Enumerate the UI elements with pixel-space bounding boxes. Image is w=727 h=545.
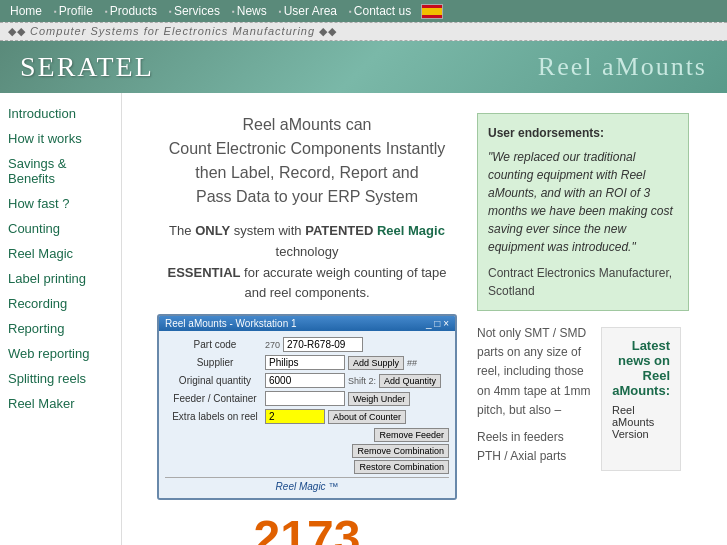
nav-user-area[interactable]: User Area — [273, 2, 343, 20]
sidebar-item-savings[interactable]: Savings & Benefits — [0, 151, 121, 191]
add-quantity-button[interactable]: Add Quantity — [379, 374, 441, 388]
smt-line6: Reels in feeders — [477, 430, 564, 444]
nav-services[interactable]: Services — [163, 2, 226, 20]
screenshot-controls: _ □ × — [426, 318, 449, 329]
screenshot-body: Part code 270 Supplier Add Supply ## Ori… — [159, 331, 455, 498]
form-row-partcode: Part code 270 — [165, 337, 449, 352]
form-row-extra-labels: Extra labels on reel About of Counter — [165, 409, 449, 424]
shift2-label: Shift 2: — [348, 376, 376, 386]
sidebar-item-reel-maker[interactable]: Reel Maker — [0, 391, 121, 416]
hero-line4: Pass Data to your ERP System — [196, 188, 418, 205]
hero-desc2: system with — [234, 223, 306, 238]
hero-title: Reel aMounts can Count Electronic Compon… — [157, 113, 457, 209]
hero-line3: then Label, Record, Report and — [195, 164, 418, 181]
input-feeder[interactable] — [265, 391, 345, 406]
endorsements-attribution: Contract Electronics Manufacturer, Scotl… — [488, 264, 678, 300]
smt-line2: parts on any size of — [477, 345, 581, 359]
endorsements-panel: User endorsements: "We replaced our trad… — [477, 113, 689, 311]
latest-news-title: Latestnews onReelaMounts: — [612, 338, 670, 398]
input-original-qty[interactable] — [265, 373, 345, 388]
add-supply-button[interactable]: Add Supply — [348, 356, 404, 370]
hero-essential: ESSENTIAL — [168, 265, 241, 280]
big-number: 2173 — [157, 510, 457, 545]
sidebar-item-web-reporting[interactable]: Web reporting — [0, 341, 121, 366]
reels-text: Reels in feeders PTH / Axial parts — [477, 428, 601, 466]
input-supplier[interactable] — [265, 355, 345, 370]
input-extra-labels[interactable] — [265, 409, 325, 424]
smt-line5: pitch, but also – — [477, 403, 561, 417]
site-title: SERATEL — [20, 51, 154, 83]
news-text: Reel aMounts Version — [612, 404, 670, 440]
smt-line1: Not only SMT / SMD — [477, 326, 586, 340]
top-nav-bar: Home Profile Products Services News User… — [0, 0, 727, 22]
hero-section: Reel aMounts can Count Electronic Compon… — [137, 103, 477, 545]
restore-combination-button[interactable]: Restore Combination — [354, 460, 449, 474]
nav-news[interactable]: News — [226, 2, 273, 20]
hero-tech: technology — [157, 242, 457, 263]
hero-subtitle: The ONLY system with PATENTED Reel Magic… — [157, 221, 457, 304]
smt-text: Not only SMT / SMD parts on any size of … — [477, 324, 601, 420]
endorsements-title: User endorsements: — [488, 124, 678, 142]
page-title: Reel aMounts — [538, 52, 707, 82]
hero-desc5: and reel components. — [157, 283, 457, 304]
label-partcode: Part code — [165, 339, 265, 350]
sidebar-item-counting[interactable]: Counting — [0, 216, 121, 241]
form-row-feeder: Feeder / Container Weigh Under — [165, 391, 449, 406]
subtitle-bar: ◆◆ Computer Systems for Electronics Manu… — [0, 22, 727, 41]
smt-line4: on 4mm tape at 1mm — [477, 384, 590, 398]
main-content: Reel aMounts can Count Electronic Compon… — [122, 93, 727, 545]
app-screenshot: Reel aMounts - Workstation 1 _ □ × Part … — [157, 314, 457, 500]
hero-desc4: for accurate weigh counting of tape — [244, 265, 446, 280]
endorsements-quote: "We replaced our traditional counting eq… — [488, 148, 678, 256]
hero-line1: Reel aMounts can — [243, 116, 372, 133]
sidebar-item-splitting-reels[interactable]: Splitting reels — [0, 366, 121, 391]
reel-magic-tm-label: Reel Magic ™ — [165, 477, 449, 492]
screenshot-title: Reel aMounts - Workstation 1 — [165, 318, 297, 329]
remove-combination-button[interactable]: Remove Combination — [352, 444, 449, 458]
label-supplier: Supplier — [165, 357, 265, 368]
nav-profile[interactable]: Profile — [48, 2, 99, 20]
screenshot-titlebar: Reel aMounts - Workstation 1 _ □ × — [159, 316, 455, 331]
hero-line2: Count Electronic Components Instantly — [169, 140, 446, 157]
subtitle-label: Computer Systems for Electronics Manufac… — [30, 25, 315, 37]
about-counter-button[interactable]: About of Counter — [328, 410, 406, 424]
smt-line7: PTH / Axial parts — [477, 449, 566, 463]
header-banner: SERATEL Reel aMounts — [0, 41, 727, 93]
hero-patented-label: PATENTED — [305, 223, 373, 238]
right-panels: User endorsements: "We replaced our trad… — [477, 103, 697, 545]
hero-only-label: ONLY — [195, 223, 230, 238]
input-partcode[interactable] — [283, 337, 363, 352]
language-flag-spain[interactable] — [421, 4, 443, 19]
form-row-supplier: Supplier Add Supply ## — [165, 355, 449, 370]
label-original-qty: Original quantity — [165, 375, 265, 386]
weigh-under-button[interactable]: Weigh Under — [348, 392, 410, 406]
form-row-original-qty: Original quantity Shift 2: Add Quantity — [165, 373, 449, 388]
sidebar-item-how-it-works[interactable]: How it works — [0, 126, 121, 151]
sidebar-item-recording[interactable]: Recording — [0, 291, 121, 316]
sidebar-item-reporting[interactable]: Reporting — [0, 316, 121, 341]
smt-line3: reel, including those — [477, 364, 584, 378]
latest-news-panel: Latestnews onReelaMounts: Reel aMounts V… — [601, 327, 681, 471]
hero-desc1: The — [169, 223, 191, 238]
nav-home[interactable]: Home — [4, 2, 48, 20]
sidebar-item-introduction[interactable]: Introduction — [0, 101, 121, 126]
nav-products[interactable]: Products — [99, 2, 163, 20]
sidebar-item-how-fast[interactable]: How fast ? — [0, 191, 121, 216]
main-layout: Introduction How it works Savings & Bene… — [0, 93, 727, 545]
label-feeder: Feeder / Container — [165, 393, 265, 404]
remove-feeder-button[interactable]: Remove Feeder — [374, 428, 449, 442]
sidebar-item-reel-magic[interactable]: Reel Magic — [0, 241, 121, 266]
label-extra-labels: Extra labels on reel — [165, 411, 265, 422]
sidebar: Introduction How it works Savings & Bene… — [0, 93, 122, 545]
partcode-prefix: 270 — [265, 340, 280, 350]
nav-contact[interactable]: Contact us — [343, 2, 417, 20]
smt-section: Not only SMT / SMD parts on any size of … — [477, 319, 601, 471]
shift-label: ## — [407, 358, 417, 368]
hero-reel-magic-label: Reel Magic — [377, 223, 445, 238]
sidebar-item-label-printing[interactable]: Label printing — [0, 266, 121, 291]
